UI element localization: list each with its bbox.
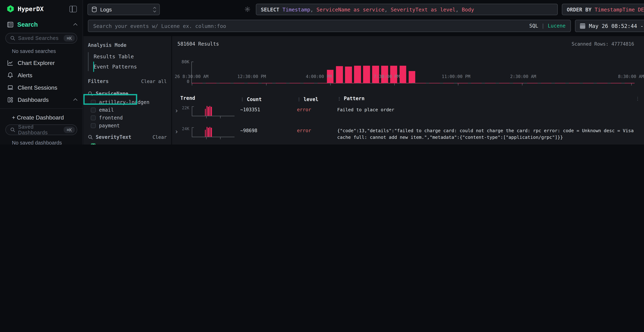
trend-cell: 24K <box>180 127 240 140</box>
histogram-bar[interactable] <box>408 71 416 83</box>
query-segment: Timestamp <box>282 6 310 12</box>
sparkline-bar <box>209 127 210 137</box>
filter-option-label: payment <box>99 122 120 128</box>
pattern-row[interactable]: ›24K~98698error{"code":13,"details":"fai… <box>174 127 644 141</box>
col-trend[interactable]: Trend <box>180 95 195 101</box>
query-segment: ServiceName as service <box>316 6 384 12</box>
x-axis-label: 7:30:00 PM <box>374 74 400 79</box>
histogram-bar[interactable] <box>345 67 352 83</box>
filter-group-name: SeverityText <box>96 134 150 140</box>
checkbox[interactable] <box>91 143 96 144</box>
analysis-mode-results-table[interactable]: Results Table <box>88 51 171 62</box>
logo-row: HyperDX <box>0 0 82 17</box>
x-axis-label: 8:30:00 AM <box>618 74 644 79</box>
x-axis-tick <box>394 83 394 85</box>
sidebar-collapse-icon[interactable] <box>70 6 77 12</box>
event-search-input[interactable]: Search your events w/ Lucene ex. column:… <box>88 20 571 32</box>
saved-dashboards-input[interactable]: Saved Dashboards ⌘K <box>5 124 77 135</box>
sidebar-item-alerts[interactable]: Alerts <box>0 69 82 82</box>
query-segment: , <box>456 6 462 12</box>
select-keyword: SELECT <box>261 6 280 12</box>
analysis-mode-event-patterns[interactable]: Event Patterns <box>88 62 171 72</box>
table-header-row: Trend ⋮Count ⋮level ⋮Pattern <box>174 95 644 102</box>
clear-all-button[interactable]: Clear all <box>141 78 167 84</box>
saved-dashboards-placeholder: Saved Dashboards <box>18 124 61 136</box>
filter-group: SeverityTextClearerror <box>83 130 171 144</box>
histogram-bar[interactable] <box>354 66 361 83</box>
pattern-cell: Failed to place order <box>337 106 644 114</box>
level-cell: error <box>297 127 337 134</box>
search-icon[interactable] <box>88 135 93 140</box>
trend-cell: 22K <box>180 106 240 120</box>
col-count[interactable]: ⋮Count <box>240 96 297 102</box>
source-select[interactable]: Logs <box>88 4 160 15</box>
y-axis-zero-label: 0 <box>175 79 189 84</box>
date-range-picker[interactable]: May 26 08:52:44 - May 27 08:52:44 <box>575 20 644 32</box>
orderby-keyword: ORDER BY <box>567 6 592 12</box>
saved-searches-input[interactable]: Saved Searches ⌘K <box>5 33 77 44</box>
annotation-box-event-patterns <box>83 94 137 105</box>
filter-option-label: frontend <box>99 115 123 120</box>
sidebar-item-client-sessions[interactable]: Client Sessions <box>0 82 82 94</box>
brand-title: HyperDX <box>18 5 66 12</box>
checkbox[interactable] <box>91 115 96 120</box>
expand-chevron-icon[interactable]: › <box>174 106 180 115</box>
histogram-bar[interactable] <box>336 66 343 83</box>
sparkline-bar <box>208 128 209 137</box>
dashboard-icon <box>7 96 14 103</box>
x-axis-label: 12:30:00 PM <box>238 74 266 79</box>
col-pattern[interactable]: ⋮Pattern <box>337 95 635 102</box>
col-level[interactable]: ⋮level <box>297 96 337 102</box>
filter-option[interactable]: error <box>88 142 167 144</box>
language-lucene-toggle[interactable]: Lucene <box>548 23 566 29</box>
checkbox[interactable] <box>91 107 96 112</box>
histogram-bar[interactable] <box>363 66 370 83</box>
x-axis-tick <box>522 83 522 85</box>
trend-sparkline: 24K <box>180 127 234 140</box>
search-icon <box>10 36 15 41</box>
checkbox[interactable] <box>91 123 96 128</box>
scanned-rows: Scanned Rows: 47774816 <box>572 41 634 47</box>
orderby-editor[interactable]: ORDER BY TimestampTime DESC <box>562 4 644 15</box>
x-axis-label: 2:30:00 AM <box>510 74 536 79</box>
sparkline-max-label: 22K <box>180 106 190 110</box>
trend-sparkline: 22K <box>180 106 234 120</box>
filter-option-label: email <box>99 107 114 113</box>
sparkline-bar <box>206 106 208 116</box>
sidebar: HyperDX Search Saved Searches ⌘K No save… <box>0 0 83 144</box>
sparkline-bar <box>208 106 209 116</box>
results-histogram[interactable]: 80K 0 May 26 8:30:00 AM12:30:00 PM4:00:0… <box>172 49 644 86</box>
hyperdx-app: HyperDX Search Saved Searches ⌘K No save… <box>0 0 644 144</box>
histogram-bar[interactable] <box>400 66 406 83</box>
filter-option[interactable]: frontend <box>88 114 167 122</box>
histogram-plot <box>192 62 634 83</box>
clear-filter-button[interactable]: Clear <box>152 134 167 140</box>
results-panel: 581604 Results Scanned Rows: 47774816 80… <box>172 36 644 144</box>
filter-option[interactable]: email <box>88 106 167 114</box>
expand-chevron-icon[interactable]: › <box>174 127 180 136</box>
x-axis-tick <box>632 83 632 85</box>
date-range-value: May 26 08:52:44 - May 27 08:52:44 <box>589 23 644 29</box>
filter-option[interactable]: payment <box>88 122 167 130</box>
source-select-value: Logs <box>100 6 150 12</box>
sparkline-bar <box>205 130 206 137</box>
shortcut-badge: ⌘K <box>64 126 75 133</box>
language-separator: | <box>542 23 544 29</box>
search-nav-icon <box>7 21 14 28</box>
column-menu-icon[interactable]: ⋮ <box>636 96 640 102</box>
source-settings-gear-icon[interactable] <box>244 6 250 12</box>
create-dashboard-button[interactable]: + Create Dashboard <box>0 111 82 124</box>
pattern-row[interactable]: ›22K~103351errorFailed to place order <box>174 106 644 120</box>
sparkline-bar <box>211 128 212 137</box>
sidebar-nav-list: Chart ExplorerAlertsClient SessionsDashb… <box>0 57 82 106</box>
saved-searches-placeholder: Saved Searches <box>18 35 61 41</box>
sidebar-item-dashboards[interactable]: Dashboards <box>0 94 82 106</box>
select-query-editor[interactable]: SELECT Timestamp, ServiceName as service… <box>256 4 558 15</box>
language-sql-toggle[interactable]: SQL <box>529 23 538 29</box>
sidebar-item-search[interactable]: Search <box>0 17 82 32</box>
y-axis-max-label: 80K <box>175 59 189 64</box>
sidebar-item-chart-explorer[interactable]: Chart Explorer <box>0 57 82 69</box>
no-saved-searches-note: No saved searches <box>0 46 82 57</box>
x-axis-tick <box>330 83 331 85</box>
sparkline-max-label: 24K <box>180 127 190 131</box>
